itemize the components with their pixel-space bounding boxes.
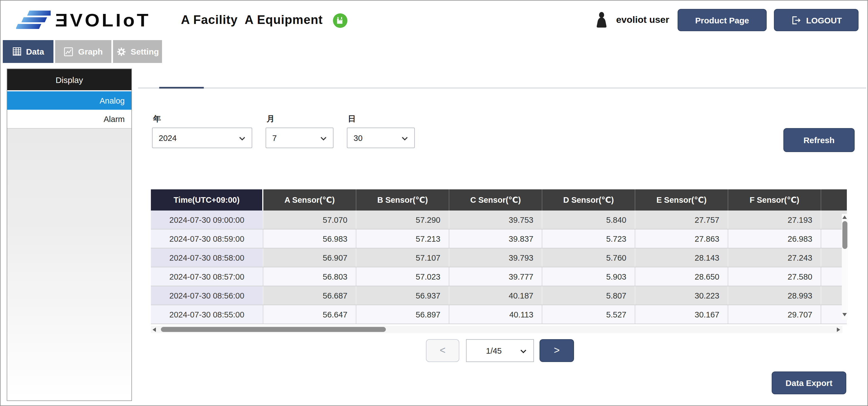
tab-setting-label: Setting: [130, 47, 159, 56]
facility-icon: [333, 13, 347, 28]
value-cell: 5.840: [542, 211, 635, 229]
header-right: evoliot user Product Page LOGOUT: [594, 9, 859, 31]
value-cell: 39.837: [449, 229, 542, 248]
value-cell: 30.223: [635, 286, 728, 305]
column-header: A Sensor(℃): [264, 189, 356, 211]
table-header-row: Time(UTC+09:00)A Sensor(℃)B Sensor(℃)C S…: [151, 189, 847, 211]
value-cell: 56.983: [264, 229, 356, 248]
table-row: 2024-07-30 09:00:0057.07057.29039.7535.8…: [151, 211, 847, 229]
data-table: Time(UTC+09:00)A Sensor(℃)B Sensor(℃)C S…: [151, 189, 847, 324]
day-label: 日: [348, 114, 356, 124]
scroll-left-arrow[interactable]: [153, 327, 156, 332]
time-cell: 2024-07-30 09:00:00: [151, 211, 264, 229]
column-header-partial: [821, 189, 847, 211]
next-page-button[interactable]: >: [539, 339, 574, 362]
chevron-down-icon: [239, 136, 246, 141]
scroll-up-arrow[interactable]: [842, 216, 847, 219]
value-cell: 40.113: [449, 305, 542, 323]
month-label: 月: [267, 114, 275, 124]
time-cell: 2024-07-30 08:57:00: [151, 267, 264, 286]
year-value: 2024: [159, 133, 177, 142]
header: ƎVOLIoT A Facility A Equipment evoliot u…: [1, 1, 867, 39]
chevron-down-icon: [401, 136, 408, 141]
page-value: 1/45: [486, 346, 502, 355]
value-cell: 27.757: [635, 211, 728, 229]
table-row: 2024-07-30 08:55:0056.64756.89740.1135.5…: [151, 305, 847, 324]
column-header: E Sensor(℃): [635, 189, 728, 211]
table-row: 2024-07-30 08:59:0056.98357.21339.8375.7…: [151, 229, 847, 248]
horizontal-scrollbar[interactable]: [151, 326, 842, 333]
value-cell: 5.807: [542, 286, 635, 305]
product-page-button[interactable]: Product Page: [678, 9, 767, 31]
tab-data[interactable]: Data: [3, 40, 54, 63]
vertical-scroll-thumb[interactable]: [842, 221, 847, 249]
logout-label: LOGOUT: [806, 15, 842, 25]
refresh-button[interactable]: Refresh: [783, 128, 855, 152]
tab-bar: Data Graph Setting: [3, 40, 162, 63]
gear-icon: [116, 46, 126, 57]
value-cell: 39.777: [449, 267, 542, 286]
value-cell: 57.070: [264, 211, 356, 229]
username: evoliot user: [616, 14, 669, 26]
data-export-button[interactable]: Data Export: [772, 372, 846, 394]
content-tab-underline: [138, 88, 866, 89]
column-header: F Sensor(℃): [728, 189, 821, 211]
value-cell: 27.863: [635, 229, 728, 248]
tab-data-label: Data: [26, 47, 44, 56]
month-value: 7: [272, 133, 277, 142]
value-cell: 57.213: [356, 229, 449, 248]
year-select[interactable]: 2024: [152, 128, 252, 148]
scroll-down-arrow[interactable]: [842, 313, 847, 316]
value-cell: 56.907: [264, 248, 356, 267]
tab-graph-label: Graph: [78, 47, 103, 56]
chevron-down-icon: [320, 136, 327, 141]
sidebar-item-alarm[interactable]: Alarm: [7, 110, 131, 129]
page-select[interactable]: 1/45: [466, 339, 534, 362]
value-cell: 57.290: [356, 211, 449, 229]
time-cell: 2024-07-30 08:59:00: [151, 229, 264, 248]
tab-graph[interactable]: Graph: [55, 40, 111, 63]
day-select[interactable]: 30: [347, 128, 415, 148]
time-cell: 2024-07-30 08:55:00: [151, 305, 264, 323]
evoliot-logo: ƎVOLIoT: [16, 8, 151, 32]
month-select[interactable]: 7: [266, 128, 334, 148]
horizontal-scroll-thumb[interactable]: [161, 327, 386, 332]
value-cell: 28.993: [728, 286, 821, 305]
page: ƎVOLIoT A Facility A Equipment evoliot u…: [0, 0, 868, 406]
column-header: Time(UTC+09:00): [151, 189, 264, 211]
content-tab-active-indicator: [159, 87, 204, 89]
graph-icon: [64, 46, 74, 57]
value-cell: 56.937: [356, 286, 449, 305]
value-cell: 39.753: [449, 211, 542, 229]
vertical-scrollbar[interactable]: [842, 214, 848, 320]
prev-page-button[interactable]: <: [426, 339, 459, 362]
time-cell: 2024-07-30 08:58:00: [151, 248, 264, 267]
year-label: 年: [153, 114, 161, 124]
sidebar-header: Display: [7, 69, 131, 91]
value-cell: 56.803: [264, 267, 356, 286]
logo-text: ƎVOLIoT: [55, 10, 151, 31]
sidebar: Display Analog Alarm: [7, 68, 132, 401]
value-cell: 5.903: [542, 267, 635, 286]
logout-icon: [790, 15, 801, 25]
value-cell: 30.167: [635, 305, 728, 323]
value-cell: 56.687: [264, 286, 356, 305]
value-cell: 28.650: [635, 267, 728, 286]
scroll-right-arrow[interactable]: [837, 327, 840, 332]
table-row: 2024-07-30 08:58:0056.90757.10739.7935.7…: [151, 248, 847, 267]
value-cell: 5.723: [542, 229, 635, 248]
value-cell: 56.647: [264, 305, 356, 323]
sidebar-item-analog[interactable]: Analog: [7, 91, 131, 110]
value-cell: 57.107: [356, 248, 449, 267]
value-cell: 56.897: [356, 305, 449, 323]
logout-button[interactable]: LOGOUT: [774, 9, 859, 31]
tab-setting[interactable]: Setting: [113, 40, 162, 63]
user-icon: [594, 11, 609, 29]
chevron-down-icon: [520, 349, 527, 354]
time-cell: 2024-07-30 08:56:00: [151, 286, 264, 305]
value-cell: 26.983: [728, 229, 821, 248]
table-row: 2024-07-30 08:57:0056.80357.02339.7775.9…: [151, 267, 847, 286]
table-row: 2024-07-30 08:56:0056.68756.93740.1875.8…: [151, 286, 847, 305]
value-cell: 57.023: [356, 267, 449, 286]
logo-bars-icon: [16, 8, 51, 32]
